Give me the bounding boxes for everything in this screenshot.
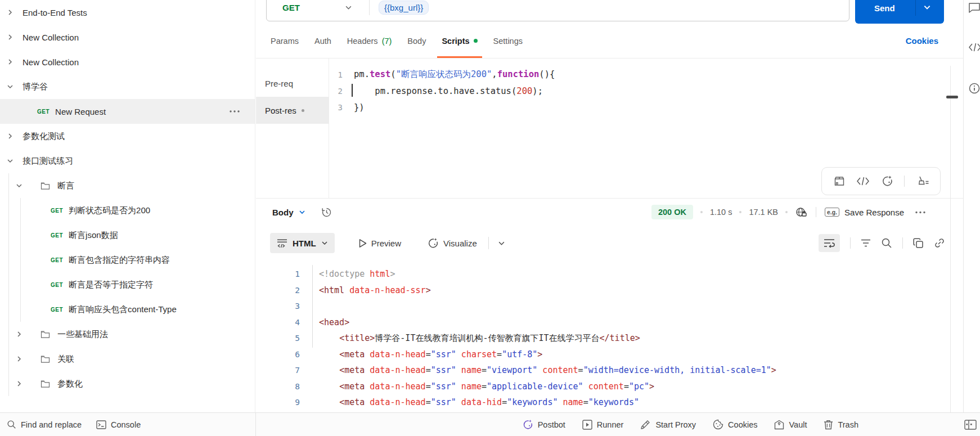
sidebar-item-new-collection-2[interactable]: New Collection <box>0 50 255 74</box>
line-number: 3 <box>329 103 343 112</box>
cookies-button[interactable]: Cookies <box>713 419 757 430</box>
chevron-down-icon[interactable] <box>923 3 931 11</box>
more-actions-icon[interactable] <box>915 211 926 214</box>
request-label: 断言响应头包含content-Type <box>69 304 177 315</box>
send-button[interactable]: Send <box>855 0 944 24</box>
play-icon <box>358 239 367 248</box>
request-label: 判断状态码是否为200 <box>69 205 150 216</box>
divider <box>816 207 816 217</box>
sidebar-request-assert-header-content-type[interactable]: GET 断言响应头包含content-Type <box>0 297 255 322</box>
sidebar-request-status-200[interactable]: GET 判断状态码是否为200 <box>0 198 255 223</box>
vault-button[interactable]: Vault <box>774 420 807 430</box>
search-icon[interactable] <box>881 237 892 249</box>
code-line: 1<!doctype html> <box>256 266 948 282</box>
info-icon[interactable] <box>968 82 980 95</box>
code-snippets-icon[interactable] <box>856 177 870 186</box>
code-icon[interactable] <box>968 43 980 52</box>
tab-post-response[interactable]: Post-res <box>256 97 329 124</box>
chevron-right-icon <box>16 331 23 338</box>
more-actions-icon[interactable] <box>229 110 240 113</box>
filter-icon[interactable] <box>861 239 871 248</box>
response-tools <box>819 234 945 252</box>
chevron-down-icon[interactable] <box>299 209 305 215</box>
link-icon[interactable] <box>934 237 945 249</box>
wrap-lines-toggle[interactable] <box>819 234 840 252</box>
sidebar-request-new-request[interactable]: GET New Request <box>0 99 255 124</box>
right-sidebar-rail <box>963 0 980 412</box>
format-selector[interactable]: HTML <box>270 233 335 253</box>
code-line: 9 <meta data-n-head="ssr" data-hid="keyw… <box>256 394 948 411</box>
url-input[interactable]: {{bxg_url}} <box>379 1 429 15</box>
tab-auth[interactable]: Auth <box>314 24 331 58</box>
sidebar-item-end-to-end-tests[interactable]: End-to-End Tests <box>0 0 255 25</box>
chevron-down-icon[interactable] <box>345 4 352 11</box>
sidebar-request-assert-json[interactable]: GET 断言json数据 <box>0 223 255 248</box>
tab-params[interactable]: Params <box>271 24 299 58</box>
code-line: 2 pm.response.to.have.status(200); <box>329 83 555 99</box>
panel-toggle-icon[interactable] <box>964 420 977 430</box>
request-label: New Request <box>55 107 106 116</box>
response-time[interactable]: 1.10 s <box>710 208 732 217</box>
copy-icon[interactable] <box>913 238 924 249</box>
tab-headers[interactable]: Headers(7) <box>347 24 392 58</box>
tab-pre-request[interactable]: Pre-req <box>256 70 329 97</box>
console-button[interactable]: Console <box>96 420 141 429</box>
example-icon: e.g. <box>825 208 839 217</box>
url-bar[interactable]: GET {{bxg_url}} <box>266 0 849 21</box>
response-body-viewer[interactable]: 1<!doctype html>2<html data-n-head-ssr>3… <box>256 263 948 413</box>
divider <box>902 237 903 249</box>
save-response-button[interactable]: Save Response <box>844 208 904 217</box>
response-stats: 200 OK 1.10 s 17.1 KB e.g. Save Response <box>651 205 926 219</box>
script-code-editor[interactable]: 1pm.test("断言响应状态码为200",function(){2 pm.r… <box>329 66 555 115</box>
sidebar-request-assert-contains-string[interactable]: GET 断言包含指定的字符串内容 <box>0 248 255 272</box>
sidebar-item-boxuegu[interactable]: 博学谷 <box>0 74 255 99</box>
code-line: 2<html data-n-head-ssr> <box>256 282 948 299</box>
postbot-icon[interactable] <box>881 175 893 187</box>
tab-scripts[interactable]: Scripts <box>442 24 477 58</box>
preview-button[interactable]: Preview <box>358 239 401 248</box>
response-size[interactable]: 17.1 KB <box>749 208 778 217</box>
collection-label: 博学谷 <box>23 82 48 92</box>
method-selector[interactable]: GET <box>282 3 300 12</box>
chevron-right-icon <box>7 34 14 41</box>
request-tabs: Params Auth Headers(7) Body Scripts Sett… <box>256 24 963 59</box>
sidebar-item-jiekou-ceshi-lianxi[interactable]: 接口测试练习 <box>0 149 255 173</box>
trash-button[interactable]: Trash <box>824 420 858 430</box>
folder-icon <box>41 182 50 190</box>
sidebar-folder-canshuhua[interactable]: 参数化 <box>0 371 255 396</box>
response-body-tab[interactable]: Body <box>272 208 294 217</box>
script-present-dot <box>302 109 304 112</box>
script-type-column: Pre-req Post-res <box>256 59 329 198</box>
postbot-button[interactable]: Postbot <box>522 419 565 430</box>
method-badge: GET <box>51 208 63 214</box>
sidebar-request-assert-equals[interactable]: GET 断言是否等于指定字符 <box>0 272 255 297</box>
network-info-icon[interactable] <box>795 206 807 218</box>
sidebar-item-new-collection-1[interactable]: New Collection <box>0 25 255 50</box>
folder-label: 关联 <box>57 354 74 365</box>
tab-settings[interactable]: Settings <box>493 24 523 58</box>
folder-label: 参数化 <box>57 379 83 389</box>
tab-body[interactable]: Body <box>407 24 426 58</box>
folder-label: 一些基础用法 <box>57 329 108 340</box>
sidebar-folder-basic-usage[interactable]: 一些基础用法 <box>0 322 255 347</box>
find-and-replace-button[interactable]: Find and replace <box>7 420 82 429</box>
scrollbar-track[interactable] <box>950 66 951 412</box>
sidebar-item-canshuhua-ceshi[interactable]: 参数化测试 <box>0 124 255 149</box>
format-clean-icon[interactable] <box>916 176 929 187</box>
sidebar-folder-duanyan[interactable]: 断言 <box>0 173 255 198</box>
packages-icon[interactable] <box>833 176 846 187</box>
start-proxy-button[interactable]: Start Proxy <box>640 419 696 430</box>
sidebar-folder-guanlian[interactable]: 关联 <box>0 347 255 371</box>
method-badge: GET <box>37 109 50 115</box>
cookies-link[interactable]: Cookies <box>906 36 938 46</box>
chevron-down-icon[interactable] <box>498 240 505 247</box>
runner-button[interactable]: Runner <box>582 420 624 430</box>
chevron-right-icon <box>7 133 14 140</box>
folder-label: 断言 <box>57 181 74 191</box>
visualize-button[interactable]: Visualize <box>427 237 477 249</box>
response-history-icon[interactable] <box>321 206 332 218</box>
scrollbar-thumb[interactable] <box>946 96 958 98</box>
status-badge[interactable]: 200 OK <box>651 205 693 219</box>
chevron-down-icon <box>16 182 23 189</box>
comments-icon[interactable] <box>968 2 980 14</box>
